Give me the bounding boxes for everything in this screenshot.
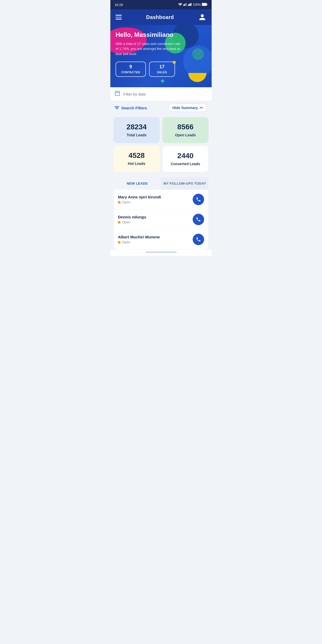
deco-dot-green — [161, 79, 164, 83]
status-time: 16:26 — [115, 3, 123, 7]
svg-rect-7 — [190, 3, 191, 6]
lead-info-3: Albert Muchiri Munene Open — [118, 235, 160, 244]
status-label-2: Open — [122, 220, 130, 224]
tab-follow-ups[interactable]: MY FOLLOW-UPS TODAY — [161, 177, 209, 190]
signal-bars — [183, 3, 187, 7]
search-filters-label: Search Filters — [121, 106, 147, 110]
hot-leads-label: Hot Leads — [128, 162, 145, 166]
svg-rect-5 — [188, 4, 189, 6]
hide-summary-button[interactable]: Hide Summary — [168, 104, 207, 112]
status-dot-2 — [118, 221, 120, 224]
svg-rect-12 — [115, 91, 120, 96]
call-button-2[interactable] — [193, 214, 204, 225]
filter-bar — [110, 87, 212, 101]
hamburger-menu-button[interactable] — [116, 15, 122, 19]
lead-name-3: Albert Muchiri Munene — [118, 235, 160, 239]
lead-item: Mary Anne njeri kirundi Open — [114, 190, 208, 210]
sales-label: SALES — [157, 71, 167, 74]
svg-rect-2 — [184, 4, 185, 6]
converted-leads-label: Converted Leads — [171, 162, 200, 166]
chevron-up-icon — [199, 106, 203, 109]
hamburger-line-2 — [116, 17, 122, 18]
search-filters-button[interactable]: Search Filters — [115, 106, 147, 110]
status-label-1: Open — [122, 200, 130, 204]
action-bar: Search Filters Hide Summary — [110, 101, 212, 115]
stats-grid: 28234 Total Leads 8566 Open Leads 4528 H… — [110, 115, 212, 175]
svg-rect-10 — [207, 4, 207, 5]
call-button-1[interactable] — [193, 194, 204, 205]
leads-tabs: NEW LEADS MY FOLLOW-UPS TODAY — [113, 177, 209, 190]
lead-info-2: Dennis ndungu Open — [118, 215, 146, 224]
hamburger-line-3 — [116, 19, 122, 19]
status-dot-3 — [118, 241, 120, 244]
hamburger-line-1 — [116, 15, 122, 16]
converted-leads-number: 2440 — [167, 152, 204, 160]
date-filter-input[interactable] — [123, 92, 207, 96]
phone-icon-1 — [196, 197, 201, 202]
total-leads-label: Total Leads — [127, 133, 147, 137]
hide-summary-label: Hide Summary — [172, 106, 198, 110]
converted-leads-card[interactable]: 2440 Converted Leads — [162, 146, 209, 172]
battery-percentage: 100% — [193, 3, 201, 6]
bottom-bar — [110, 250, 212, 256]
sales-notification-dot — [173, 61, 176, 64]
top-nav: Dashboard — [110, 9, 212, 25]
hero-greeting: Hello, Massimiliano — [116, 31, 206, 39]
phone-icon-3 — [196, 237, 201, 242]
svg-rect-1 — [183, 4, 184, 6]
open-leads-number: 8566 — [166, 123, 204, 131]
calendar-icon — [115, 90, 120, 98]
svg-point-0 — [180, 5, 181, 6]
status-bar: 16:26 — [110, 0, 212, 9]
call-button-3[interactable] — [193, 234, 204, 245]
tab-new-leads[interactable]: NEW LEADS — [113, 177, 161, 190]
sales-stat-button[interactable]: 17 SALES — [149, 62, 175, 77]
battery-icon — [202, 3, 207, 7]
hero-banner: Hello, Massimiliano With a total of 17 s… — [110, 25, 212, 87]
page-title: Dashboard — [146, 14, 174, 20]
hero-subtitle: With a total of 17 sales and conversion … — [116, 41, 183, 57]
hero-stats: 9 CONTACTED 17 SALES — [116, 62, 206, 77]
contacted-stat-button[interactable]: 9 CONTACTED — [116, 62, 146, 77]
hot-leads-card[interactable]: 4528 Hot Leads — [113, 146, 160, 172]
open-leads-card[interactable]: 8566 Open Leads — [162, 117, 209, 143]
status-label-3: Open — [122, 240, 130, 244]
home-indicator — [145, 252, 177, 253]
lead-name-2: Dennis ndungu — [118, 215, 146, 219]
svg-rect-4 — [186, 3, 187, 6]
lead-status-3: Open — [118, 240, 160, 244]
lead-status-1: Open — [118, 200, 161, 204]
svg-rect-11 — [202, 3, 206, 5]
svg-rect-6 — [189, 4, 190, 6]
lead-item-3: Albert Muchiri Munene Open — [114, 230, 208, 249]
user-avatar-icon — [199, 14, 206, 21]
lead-status-2: Open — [118, 220, 146, 224]
status-dot-1 — [118, 201, 120, 204]
wifi-icon — [178, 3, 182, 7]
signal-bars-2 — [188, 3, 192, 7]
total-leads-card[interactable]: 28234 Total Leads — [113, 117, 160, 143]
open-leads-label: Open Leads — [175, 133, 196, 137]
lead-info-1: Mary Anne njeri kirundi Open — [118, 195, 161, 204]
user-profile-button[interactable] — [198, 13, 206, 21]
phone-icon-2 — [196, 217, 201, 222]
leads-list: Mary Anne njeri kirundi Open Dennis ndun… — [113, 190, 209, 250]
hero-content: Hello, Massimiliano With a total of 17 s… — [116, 31, 206, 77]
lead-name-1: Mary Anne njeri kirundi — [118, 195, 161, 199]
sales-count: 17 — [155, 64, 169, 70]
hot-leads-number: 4528 — [118, 151, 156, 160]
contacted-label: CONTACTED — [121, 71, 140, 74]
svg-rect-8 — [191, 3, 192, 6]
tab-follow-ups-label: MY FOLLOW-UPS TODAY — [164, 182, 206, 185]
total-leads-number: 28234 — [118, 123, 156, 131]
tab-new-leads-label: NEW LEADS — [127, 182, 148, 185]
svg-rect-3 — [185, 3, 186, 6]
contacted-count: 9 — [121, 64, 140, 70]
status-right: 100% — [178, 3, 207, 7]
lead-item-2: Dennis ndungu Open — [114, 210, 208, 230]
